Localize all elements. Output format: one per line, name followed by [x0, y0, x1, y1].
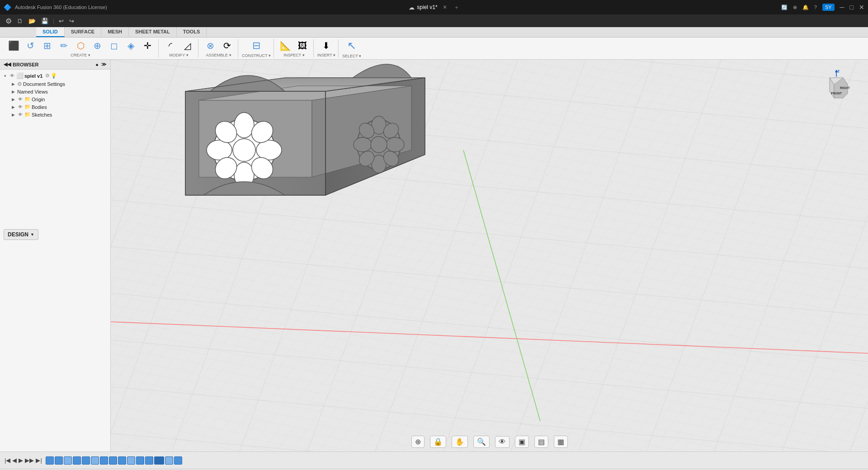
timeline-block-6[interactable]	[91, 456, 99, 465]
tab-title: spiel v1*	[417, 4, 437, 10]
tab-sheet-metal[interactable]: SHEET METAL	[129, 27, 177, 37]
toolbar-content: ⬛ ↺ ⊞ ✏ ⬡ ⊕	[0, 38, 868, 59]
timeline-block-8[interactable]	[109, 456, 117, 465]
tab-mesh[interactable]: MESH	[101, 27, 129, 37]
nav-pan-btn[interactable]: ✋	[452, 436, 468, 448]
modify-label: MODIFY ▾	[169, 52, 188, 57]
timeline-block-10[interactable]	[127, 456, 135, 465]
root-light-icon[interactable]: 💡	[51, 73, 57, 79]
timeline-track	[46, 456, 182, 465]
nav-look-btn[interactable]: 👁	[495, 436, 509, 448]
combine-btn[interactable]: ⊕	[89, 39, 105, 52]
viewport-nav: ⊕ 🔒 ✋ 🔍 👁 ▣ ▤ ▦	[411, 436, 568, 448]
nav-zoom-btn[interactable]: 🔍	[473, 436, 490, 448]
notifications-icon[interactable]: 🔔	[802, 5, 809, 10]
design-arrow: ▼	[30, 232, 34, 237]
nav-display-btn[interactable]: ▣	[515, 436, 529, 448]
timeline-block-3[interactable]	[64, 456, 72, 465]
minimize-btn[interactable]: ─	[840, 4, 844, 11]
status-bar: |◀ ◀ ▶ ▶▶ ▶|	[0, 451, 868, 469]
insert-btn[interactable]: ⬇	[318, 39, 335, 52]
svg-text:Z: Z	[837, 69, 840, 73]
timeline-block-2[interactable]	[55, 456, 63, 465]
timeline-block-14[interactable]	[165, 456, 173, 465]
modify-section: ◜ ◿ MODIFY ▾	[160, 39, 198, 57]
timeline-block-9[interactable]	[118, 456, 126, 465]
create-label: CREATE ▾	[71, 52, 90, 57]
browser-expand-btn[interactable]: ≫	[101, 61, 107, 67]
assemble-section: ⊗ ⟳ ASSEMBLE ▾	[199, 39, 238, 57]
construct-btn[interactable]: ⊟	[248, 39, 264, 52]
new-tab-btn[interactable]: ＋	[454, 4, 459, 11]
browser-pin-btn[interactable]: ●	[95, 62, 99, 67]
timeline-block-7[interactable]	[100, 456, 108, 465]
assemble-label: ASSEMBLE ▾	[206, 52, 231, 57]
move-btn[interactable]: ✛	[139, 39, 156, 52]
quick-toolbar: ⚙ 🗋 📂 💾 | ↩ ↪	[0, 14, 868, 27]
close-btn[interactable]: ✕	[859, 4, 864, 11]
svg-text:FRONT: FRONT	[831, 92, 842, 95]
nav-lock-btn[interactable]: 🔒	[430, 436, 446, 448]
inspect-label: INSPECT ▾	[283, 52, 304, 57]
timeline-block-1[interactable]	[46, 456, 54, 465]
inspect-section: 📐 🖼 INSPECT ▾	[275, 39, 314, 57]
toolbar-tabs: DESIGN ▼ SOLID SURFACE MESH SHEET METAL …	[0, 27, 868, 38]
section-btn[interactable]: 🖼	[294, 40, 311, 52]
select-btn[interactable]: ↖	[344, 38, 360, 53]
shell-btn[interactable]: ◻	[106, 39, 122, 52]
timeline-block-selected[interactable]	[154, 456, 164, 465]
select-section: ↖ SELECT ▾	[340, 38, 364, 58]
save-btn[interactable]: 💾	[39, 17, 50, 25]
chamfer-btn[interactable]: ◿	[179, 39, 195, 52]
redo-btn[interactable]: ↪	[67, 17, 76, 25]
undo-btn[interactable]: ↩	[57, 17, 66, 25]
cloud-icon: ☁	[409, 4, 415, 11]
motion-btn[interactable]: ⟳	[219, 39, 235, 52]
joint-btn[interactable]: ⊗	[202, 39, 218, 52]
close-tab-icon[interactable]: ✕	[443, 4, 447, 10]
construct-label: CONSTRUCT ▾	[242, 52, 271, 58]
viewcube[interactable]: FRONT RIGHT Z	[818, 69, 854, 105]
timeline-block-12[interactable]	[145, 456, 153, 465]
grid-canvas	[111, 60, 868, 451]
restore-btn[interactable]: □	[850, 4, 854, 11]
help-icon[interactable]: ?	[814, 5, 817, 10]
svg-rect-1	[111, 60, 868, 451]
nav-grid-btn[interactable]: ▦	[554, 436, 568, 448]
tab-tools[interactable]: TOOLS	[177, 27, 207, 37]
design-dropdown[interactable]: DESIGN ▼	[4, 229, 38, 240]
main-area: ◀◀ BROWSER ● ≫ ▾ 👁 ⬜ spiel v1 ⚙ 💡 ▶ ⚙	[0, 60, 868, 451]
new-sketch-btn[interactable]: ✏	[56, 39, 72, 52]
nav-visual-btn[interactable]: ▤	[534, 436, 548, 448]
user-badge[interactable]: SY	[822, 4, 835, 11]
timeline-block-4[interactable]	[73, 456, 81, 465]
timeline-block-11[interactable]	[136, 456, 144, 465]
timeline-block-15[interactable]	[174, 456, 182, 465]
design-label: DESIGN	[8, 231, 28, 238]
title-bar: 🔷 Autodesk Fusion 360 (Education License…	[0, 0, 868, 14]
select-label: SELECT ▾	[342, 53, 361, 58]
viewport[interactable]: FRONT RIGHT Z ⊕ 🔒 ✋ 🔍 👁 ▣ ▤ ▦	[111, 60, 868, 451]
draft-btn[interactable]: ◈	[123, 39, 139, 52]
new-body-btn[interactable]: ⬡	[72, 39, 89, 52]
new-component-btn[interactable]: ⊞	[39, 39, 55, 52]
fillet-btn[interactable]: ◜	[162, 39, 179, 52]
measure-btn[interactable]: 📐	[278, 39, 294, 52]
main-toolbar: DESIGN ▼ SOLID SURFACE MESH SHEET METAL …	[0, 27, 868, 60]
home-icon[interactable]: ⊕	[793, 5, 797, 10]
root-settings-icon[interactable]: ⚙	[45, 73, 50, 79]
nav-home-btn[interactable]: ⊕	[411, 436, 425, 448]
tab-solid[interactable]: SOLID	[36, 27, 65, 37]
cloud-sync-icon[interactable]: 🔄	[781, 5, 788, 10]
insert-section: ⬇ INSERT ▾	[315, 39, 339, 57]
construct-section: ⊟ CONSTRUCT ▾	[239, 39, 274, 58]
timeline-block-5[interactable]	[82, 456, 90, 465]
insert-label: INSERT ▾	[317, 52, 335, 57]
tab-surface[interactable]: SURFACE	[65, 27, 102, 37]
svg-text:RIGHT: RIGHT	[840, 86, 850, 89]
